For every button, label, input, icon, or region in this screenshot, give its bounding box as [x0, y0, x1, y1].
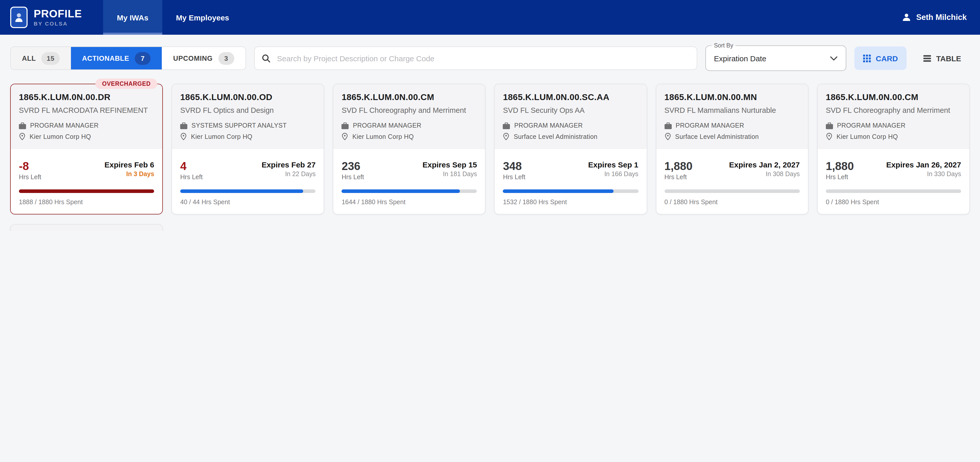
- iwa-card-grid: OVERCHARGED 1865.K.LUM.0N.00.DR SVRD FL …: [0, 84, 980, 231]
- expiry-block: Expires Feb 6 In 3 Days: [104, 160, 154, 178]
- filter-upcoming[interactable]: UPCOMING 3: [162, 47, 245, 69]
- filter-all-label: ALL: [22, 54, 36, 62]
- expiry-block: Expires Sep 15 In 181 Days: [423, 160, 477, 178]
- hours-left-value: 1,880: [664, 160, 692, 172]
- role-label: PROGRAM MANAGER: [514, 122, 583, 129]
- hours-left-label: Hrs Left: [19, 174, 41, 181]
- card-view-label: CARD: [876, 54, 898, 62]
- grid-icon: [863, 54, 871, 62]
- project-description: SVRD FL Optics and Design: [180, 106, 315, 114]
- expiry-block: Expires Jan 26, 2027 In 330 Days: [886, 160, 961, 178]
- briefcase-icon: [503, 122, 510, 129]
- hours-left-block: 348 Hrs Left: [503, 160, 525, 181]
- expires-date: Expires Sep 1: [588, 160, 638, 169]
- days-remaining: In 3 Days: [104, 170, 154, 178]
- overcharged-badge: OVERCHARGED: [95, 79, 157, 89]
- location-row: Surface Level Administration: [664, 133, 800, 140]
- card-header-section: 1865.K.LUM.0N.00.CM SVD FL Choreography …: [818, 84, 969, 149]
- hours-progress-bar: [826, 190, 961, 193]
- toolbar: ALL 15 ACTIONABLE 7 UPCOMING 3 Sort: [0, 45, 980, 71]
- location-label: Surface Level Administration: [675, 133, 759, 140]
- hours-left-label: Hrs Left: [664, 174, 692, 181]
- tab-my-iwas[interactable]: My IWAs: [103, 0, 162, 35]
- iwa-card[interactable]: 1865.K.LUM.0N.00.OD SVRD FL Optics and D…: [172, 84, 324, 214]
- stats-row: 236 Hrs Left Expires Sep 15 In 181 Days: [342, 160, 477, 181]
- table-rows-icon: [923, 55, 931, 62]
- role-label: PROGRAM MANAGER: [353, 122, 422, 129]
- role-row: PROGRAM MANAGER: [826, 122, 961, 129]
- hours-progress-bar: [180, 190, 315, 193]
- hours-progress-bar: [19, 190, 154, 193]
- hours-left-value: 348: [503, 160, 525, 172]
- days-remaining: In 166 Days: [588, 170, 638, 178]
- chevron-down-icon: [830, 56, 838, 61]
- tab-my-employees[interactable]: My Employees: [162, 0, 243, 35]
- role-row: PROGRAM MANAGER: [503, 122, 638, 129]
- iwa-card[interactable]: OVERCHARGED 1865.K.LUM.0N.00.DR SVRD FL …: [10, 84, 163, 214]
- card-header-section: 1865.K.LUM.0N.00.CM SVD FL Choreography …: [334, 84, 485, 149]
- filter-all[interactable]: ALL 15: [11, 47, 71, 69]
- hours-left-label: Hrs Left: [503, 174, 525, 181]
- charge-code: 1865.K.LUM.0N.00.OD: [180, 92, 315, 103]
- stats-row: -8 Hrs Left Expires Feb 6 In 3 Days: [19, 160, 154, 181]
- expires-date: Expires Jan 26, 2027: [886, 160, 961, 169]
- card-view-button[interactable]: CARD: [854, 46, 907, 70]
- expires-date: Expires Feb 27: [262, 160, 316, 169]
- search-box: [254, 46, 697, 70]
- location-pin-icon: [19, 133, 25, 140]
- search-input[interactable]: [276, 53, 689, 63]
- user-name: Seth Milchick: [916, 13, 967, 22]
- role-row: SYSTEMS SUPPORT ANALYST: [180, 122, 315, 129]
- location-pin-icon: [664, 133, 671, 140]
- user-icon: [902, 13, 911, 22]
- hours-spent-label: 1644 / 1880 Hrs Spent: [342, 199, 477, 206]
- project-description: SVD FL Choreography and Merriment: [342, 106, 477, 114]
- iwa-card[interactable]: 1865.K.LUM.0N.00.SC.AA SVD FL Security O…: [494, 84, 647, 214]
- stats-row: 348 Hrs Left Expires Sep 1 In 166 Days: [503, 160, 638, 181]
- card-header-section: 1865.K.LUM.0N.00.OD SVRD FL Optics and D…: [172, 84, 324, 149]
- location-pin-icon: [180, 133, 187, 140]
- filter-all-count: 15: [41, 52, 60, 65]
- brand-title: PROFILE: [34, 8, 82, 19]
- iwa-card[interactable]: 1865.K.LUM.0N.00.SC SVD FL Security SYST…: [10, 224, 163, 231]
- table-view-label: TABLE: [936, 54, 961, 62]
- expires-date: Expires Sep 15: [423, 160, 477, 169]
- expires-date: Expires Jan 2, 2027: [729, 160, 800, 169]
- location-row: Kier Lumon Corp HQ: [180, 133, 315, 140]
- charge-code: 1865.K.LUM.0N.00.CM: [342, 92, 477, 103]
- sort-by-select[interactable]: Sort By Expiration Date: [705, 45, 846, 71]
- hours-left-block: 1,880 Hrs Left: [664, 160, 692, 181]
- briefcase-icon: [19, 122, 26, 129]
- hours-left-label: Hrs Left: [342, 174, 364, 181]
- hours-spent-label: 0 / 1880 Hrs Spent: [664, 199, 800, 206]
- location-label: Kier Lumon Corp HQ: [837, 133, 898, 140]
- profile-logo-icon: [10, 6, 27, 28]
- tab-my-iwas-label: My IWAs: [117, 13, 148, 22]
- iwa-card[interactable]: 1865.K.LUM.0N.00.MN SVRD FL Mammalians N…: [655, 84, 808, 214]
- briefcase-icon: [342, 122, 349, 129]
- user-menu[interactable]: Seth Milchick: [902, 0, 980, 35]
- expires-date: Expires Feb 6: [104, 160, 154, 169]
- location-row: Surface Level Administration: [503, 133, 638, 140]
- role-label: PROGRAM MANAGER: [676, 122, 744, 129]
- hours-left-block: 4 Hrs Left: [180, 160, 203, 181]
- stats-row: 1,880 Hrs Left Expires Jan 26, 2027 In 3…: [826, 160, 961, 181]
- stats-row: 4 Hrs Left Expires Feb 27 In 22 Days: [180, 160, 315, 181]
- table-view-button[interactable]: TABLE: [915, 46, 970, 70]
- iwa-card[interactable]: 1865.K.LUM.0N.00.CM SVD FL Choreography …: [817, 84, 970, 214]
- filter-actionable-count: 7: [135, 52, 151, 65]
- tab-my-employees-label: My Employees: [176, 13, 229, 22]
- hours-left-block: 236 Hrs Left: [342, 160, 364, 181]
- hours-left-label: Hrs Left: [826, 174, 854, 181]
- hours-spent-label: 0 / 1880 Hrs Spent: [826, 199, 961, 206]
- role-row: PROGRAM MANAGER: [342, 122, 477, 129]
- charge-code: 1865.K.LUM.0N.00.SC.AA: [503, 92, 638, 103]
- card-header-section: 1865.K.LUM.0N.00.MN SVRD FL Mammalians N…: [656, 84, 808, 149]
- days-remaining: In 22 Days: [262, 170, 316, 178]
- project-description: SVRD FL MACRODATA REFINEMENT: [19, 106, 154, 114]
- location-pin-icon: [826, 133, 832, 140]
- iwa-card[interactable]: 1865.K.LUM.0N.00.CM SVD FL Choreography …: [333, 84, 486, 214]
- app-header: PROFILE BY COLSA My IWAs My Employees Se…: [0, 0, 980, 35]
- location-row: Kier Lumon Corp HQ: [826, 133, 961, 140]
- filter-actionable[interactable]: ACTIONABLE 7: [71, 47, 162, 69]
